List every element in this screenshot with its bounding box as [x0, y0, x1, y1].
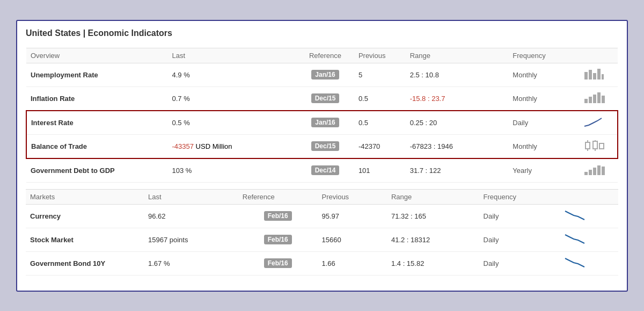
indicator-range: 0.25 : 20 — [406, 111, 509, 135]
svg-rect-20 — [597, 165, 601, 175]
markets-header-reference: Reference — [238, 189, 318, 204]
market-frequency: Daily — [479, 204, 560, 228]
indicator-previous: 5 — [354, 63, 406, 86]
markets-table: Markets Last Reference Previous Range Fr… — [26, 189, 618, 276]
svg-rect-19 — [593, 168, 596, 175]
svg-rect-10 — [586, 142, 590, 149]
indicator-name: Government Debt to GDP — [26, 158, 168, 183]
market-chart-icon — [560, 204, 618, 228]
indicator-range: -67823 : 1946 — [406, 134, 509, 158]
header-frequency: Frequency — [508, 48, 579, 63]
indicator-row[interactable]: Inflation Rate0.7 %Dec/150.5-15.8 : 23.7… — [26, 86, 618, 111]
markets-header-range: Range — [387, 189, 479, 204]
line-chart-down-icon — [564, 233, 586, 245]
indicator-frequency: Monthly — [508, 86, 579, 111]
markets-header-chart — [560, 189, 618, 204]
candle-chart-icon — [583, 139, 605, 152]
market-previous: 1.66 — [318, 251, 387, 275]
indicator-reference: Jan/16 — [296, 63, 354, 86]
market-name: Currency — [26, 204, 144, 228]
header-chart — [579, 48, 618, 63]
indicator-previous: 101 — [354, 158, 406, 183]
markets-header-previous: Previous — [318, 189, 387, 204]
indicator-row[interactable]: Interest Rate0.5 %Jan/160.50.25 : 20Dail… — [26, 111, 618, 135]
bar-chart-icon — [583, 68, 605, 81]
header-last: Last — [168, 48, 297, 63]
markets-header-markets: Markets — [26, 189, 144, 204]
market-last: 15967 points — [144, 228, 238, 251]
indicator-row[interactable]: Balance of Trade-43357 USD MillionDec/15… — [26, 134, 618, 158]
page-title: United States | Economic Indicators — [26, 28, 618, 41]
market-last: 1.67 % — [144, 251, 238, 275]
markets-header-last: Last — [144, 189, 238, 204]
header-range: Range — [406, 48, 509, 63]
header-previous: Previous — [354, 48, 406, 63]
svg-rect-17 — [584, 172, 588, 175]
indicator-name: Unemployment Rate — [26, 63, 168, 86]
indicator-chart-icon — [579, 63, 618, 86]
markets-header-frequency: Frequency — [479, 189, 560, 204]
svg-rect-16 — [599, 143, 604, 149]
market-previous: 15660 — [318, 228, 387, 251]
main-container: United States | Economic Indicators Over… — [16, 20, 628, 292]
indicator-frequency: Monthly — [508, 63, 579, 86]
market-row[interactable]: Government Bond 10Y1.67 %Feb/161.661.4 :… — [26, 251, 618, 275]
indicator-previous: -42370 — [354, 134, 406, 158]
market-name: Stock Market — [26, 228, 144, 251]
indicator-reference: Jan/16 — [296, 111, 354, 135]
indicator-row[interactable]: Government Debt to GDP103 %Dec/1410131.7… — [26, 158, 618, 183]
indicator-reference: Dec/15 — [296, 86, 354, 111]
svg-rect-21 — [602, 167, 605, 175]
svg-rect-7 — [593, 95, 596, 103]
indicator-name: Balance of Trade — [26, 134, 168, 158]
market-reference: Feb/16 — [238, 204, 318, 228]
indicator-chart-icon — [579, 134, 618, 158]
line-chart-down-icon — [564, 209, 586, 222]
svg-rect-8 — [597, 92, 601, 103]
market-frequency: Daily — [479, 251, 560, 275]
indicator-last: 0.5 % — [168, 111, 297, 135]
market-reference: Feb/16 — [238, 251, 318, 275]
indicator-range: -15.8 : 23.7 — [406, 86, 509, 111]
market-range: 41.2 : 18312 — [387, 228, 479, 251]
indicators-table: Overview Last Reference Previous Range F… — [26, 48, 618, 183]
indicator-reference: Dec/15 — [296, 134, 354, 158]
svg-rect-0 — [584, 72, 588, 79]
market-last: 96.62 — [144, 204, 238, 228]
markets-header-row: Markets Last Reference Previous Range Fr… — [26, 189, 618, 204]
market-row[interactable]: Stock Market15967 pointsFeb/161566041.2 … — [26, 228, 618, 251]
market-chart-icon — [560, 251, 618, 275]
indicator-reference: Dec/14 — [296, 158, 354, 183]
indicator-range: 2.5 : 10.8 — [406, 63, 509, 86]
market-previous: 95.97 — [318, 204, 387, 228]
indicator-last: -43357 USD Million — [168, 134, 297, 158]
market-reference: Feb/16 — [238, 228, 318, 251]
header-overview: Overview — [26, 48, 168, 63]
indicator-row[interactable]: Unemployment Rate4.9 %Jan/1652.5 : 10.8M… — [26, 63, 618, 86]
svg-rect-1 — [589, 70, 592, 79]
svg-rect-6 — [589, 97, 592, 103]
indicator-chart-icon — [579, 158, 618, 183]
indicator-last: 0.7 % — [168, 86, 297, 111]
indicator-range: 31.7 : 122 — [406, 158, 509, 183]
indicator-name: Inflation Rate — [26, 86, 168, 111]
header-reference: Reference — [296, 48, 354, 63]
line-chart-down-icon — [564, 256, 586, 269]
svg-rect-2 — [593, 73, 596, 79]
svg-rect-3 — [597, 69, 601, 79]
indicator-frequency: Daily — [508, 111, 579, 135]
indicator-previous: 0.5 — [354, 111, 406, 135]
market-row[interactable]: Currency96.62Feb/1695.9771.32 : 165Daily — [26, 204, 618, 228]
line-chart-icon — [583, 115, 605, 128]
indicator-last: 4.9 % — [168, 63, 297, 86]
indicator-chart-icon — [579, 111, 618, 135]
indicator-last: 103 % — [168, 158, 297, 183]
market-name: Government Bond 10Y — [26, 251, 144, 275]
indicator-previous: 0.5 — [354, 86, 406, 111]
svg-rect-13 — [593, 141, 597, 149]
indicator-frequency: Yearly — [508, 158, 579, 183]
svg-rect-18 — [589, 170, 592, 175]
svg-rect-5 — [584, 99, 588, 103]
market-frequency: Daily — [479, 228, 560, 251]
bar-chart-icon — [583, 91, 605, 104]
